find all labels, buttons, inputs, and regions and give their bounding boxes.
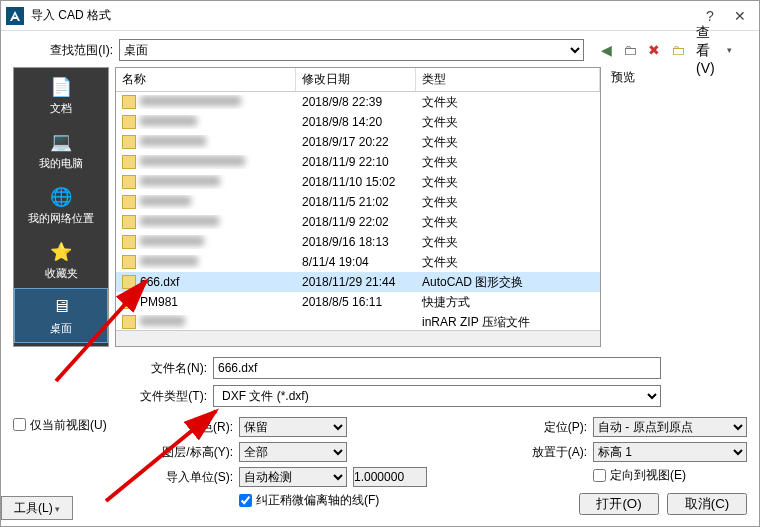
table-row[interactable]: 2018/11/9 22:10文件夹	[116, 152, 600, 172]
file-date: 2018/11/10 15:02	[296, 175, 416, 189]
file-type: 文件夹	[416, 194, 600, 211]
units-label: 导入单位(S):	[143, 469, 233, 486]
col-type[interactable]: 类型	[416, 68, 600, 91]
table-row[interactable]: 2018/11/9 22:02文件夹	[116, 212, 600, 232]
tools-button[interactable]: 工具(L)	[1, 496, 73, 520]
correct-lines-checkbox[interactable]	[239, 494, 252, 507]
file-name	[140, 235, 204, 249]
table-row[interactable]: 8/11/4 19:04文件夹	[116, 252, 600, 272]
place-item[interactable]: 🌐我的网络位置	[14, 178, 108, 233]
opts-right: 定位(P):自动 - 原点到原点 放置于(A):标高 1 定向到视图(E) 打开…	[517, 417, 747, 515]
col-name[interactable]: 名称	[116, 68, 296, 91]
file-icon	[122, 215, 136, 229]
place-icon: 🌐	[47, 186, 75, 208]
place-item[interactable]: 📁	[14, 343, 108, 347]
file-name: PM981	[140, 295, 178, 309]
cancel-button[interactable]: 取消(C)	[667, 493, 747, 515]
filename-label: 文件名(N):	[121, 360, 207, 377]
table-row[interactable]: inRAR ZIP 压缩文件	[116, 312, 600, 330]
lookin-row: 查找范围(I): 桌面 ◀ 🗀 ✖ 🗀 查看(V)▾	[13, 39, 747, 61]
pos-label: 定位(P):	[517, 419, 587, 436]
layers-select[interactable]: 全部	[239, 442, 347, 462]
table-row[interactable]: 2018/9/8 22:39文件夹	[116, 92, 600, 112]
file-type: inRAR ZIP 压缩文件	[416, 314, 600, 331]
file-type: AutoCAD 图形交换	[416, 274, 600, 291]
file-date: 2018/9/17 20:22	[296, 135, 416, 149]
place-item[interactable]: 💻我的电脑	[14, 123, 108, 178]
units-value-input[interactable]	[353, 467, 427, 487]
table-row[interactable]: 2018/11/10 15:02文件夹	[116, 172, 600, 192]
filetype-label: 文件类型(T):	[121, 388, 207, 405]
file-icon	[122, 175, 136, 189]
svg-rect-0	[6, 7, 24, 25]
place-icon: 🖥	[47, 296, 75, 318]
file-name	[140, 175, 220, 189]
file-type: 文件夹	[416, 134, 600, 151]
place-icon: 📄	[47, 76, 75, 98]
table-row[interactable]: 2018/9/8 14:20文件夹	[116, 112, 600, 132]
file-type: 文件夹	[416, 94, 600, 111]
file-icon	[122, 295, 136, 309]
table-row[interactable]: 666.dxf2018/11/29 21:44AutoCAD 图形交换	[116, 272, 600, 292]
new-folder-icon[interactable]: 🗀	[668, 40, 688, 60]
current-view-only-checkbox[interactable]	[13, 418, 26, 431]
file-date: 2018/11/29 21:44	[296, 275, 416, 289]
app-icon	[5, 6, 25, 26]
file-type: 快捷方式	[416, 294, 600, 311]
place-select[interactable]: 标高 1	[593, 442, 747, 462]
place-label: 收藏夹	[45, 266, 78, 281]
file-name	[140, 255, 198, 269]
pos-select[interactable]: 自动 - 原点到原点	[593, 417, 747, 437]
place-item[interactable]: ⭐收藏夹	[14, 233, 108, 288]
file-type: 文件夹	[416, 214, 600, 231]
delete-icon[interactable]: ✖	[644, 40, 664, 60]
orient-to-view[interactable]: 定向到视图(E)	[593, 467, 686, 484]
correct-lines[interactable]: 纠正稍微偏离轴的线(F)	[239, 492, 379, 509]
place-label: 我的网络位置	[28, 211, 94, 226]
filename-input[interactable]	[213, 357, 661, 379]
table-row[interactable]: 2018/9/16 18:13文件夹	[116, 232, 600, 252]
file-icon	[122, 115, 136, 129]
place-label: 桌面	[50, 321, 72, 336]
file-list[interactable]: 名称 修改日期 类型 2018/9/8 22:39文件夹2018/9/8 14:…	[115, 67, 601, 347]
file-icon	[122, 135, 136, 149]
file-name: 666.dxf	[140, 275, 179, 289]
table-row[interactable]: 2018/9/17 20:22文件夹	[116, 132, 600, 152]
file-icon	[122, 235, 136, 249]
file-date: 8/11/4 19:04	[296, 255, 416, 269]
open-button[interactable]: 打开(O)	[579, 493, 659, 515]
file-date: 2018/11/9 22:02	[296, 215, 416, 229]
nav-toolbar: ◀ 🗀 ✖ 🗀 查看(V)▾	[596, 40, 743, 60]
dialog-body: 查找范围(I): 桌面 ◀ 🗀 ✖ 🗀 查看(V)▾ 📄文档💻我的电脑🌐我的网络…	[1, 31, 759, 526]
lookin-select[interactable]: 桌面	[119, 39, 584, 61]
view-menu[interactable]: 查看(V)▾	[692, 40, 743, 60]
file-icon	[122, 255, 136, 269]
col-date[interactable]: 修改日期	[296, 68, 416, 91]
table-row[interactable]: 2018/11/5 21:02文件夹	[116, 192, 600, 212]
up-icon[interactable]: 🗀	[620, 40, 640, 60]
file-type: 文件夹	[416, 174, 600, 191]
table-row[interactable]: PM9812018/8/5 16:11快捷方式	[116, 292, 600, 312]
back-icon[interactable]: ◀	[596, 40, 616, 60]
orient-to-view-checkbox[interactable]	[593, 469, 606, 482]
file-type: 文件夹	[416, 154, 600, 171]
close-button[interactable]: ✕	[725, 2, 755, 30]
file-date: 2018/11/5 21:02	[296, 195, 416, 209]
color-select[interactable]: 保留	[239, 417, 347, 437]
place-icon: 💻	[47, 131, 75, 153]
places-bar: 📄文档💻我的电脑🌐我的网络位置⭐收藏夹🖥桌面📁	[13, 67, 109, 347]
units-select[interactable]: 自动检测	[239, 467, 347, 487]
file-type: 文件夹	[416, 234, 600, 251]
filetype-select[interactable]: DXF 文件 (*.dxf)	[213, 385, 661, 407]
mid-row: 📄文档💻我的电脑🌐我的网络位置⭐收藏夹🖥桌面📁 名称 修改日期 类型 2018/…	[13, 67, 747, 347]
place-label: 放置于(A):	[517, 444, 587, 461]
file-list-body[interactable]: 2018/9/8 22:39文件夹2018/9/8 14:20文件夹2018/9…	[116, 92, 600, 330]
horizontal-scrollbar[interactable]	[116, 330, 600, 346]
file-date: 2018/11/9 22:10	[296, 155, 416, 169]
place-item[interactable]: 📄文档	[14, 68, 108, 123]
color-label: 颜色(R):	[143, 419, 233, 436]
file-name	[140, 195, 191, 209]
file-name	[140, 95, 241, 109]
place-item[interactable]: 🖥桌面	[14, 288, 108, 343]
file-type: 文件夹	[416, 114, 600, 131]
